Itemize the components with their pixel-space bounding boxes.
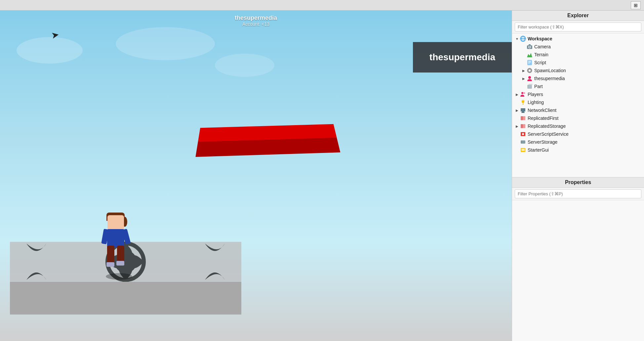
cloud-1 bbox=[17, 37, 83, 64]
icon-startergui bbox=[520, 147, 526, 153]
username-panel: thesupermedia bbox=[413, 42, 512, 73]
arrow-thesupermedia[interactable]: ▶ bbox=[521, 76, 526, 81]
svg-rect-32 bbox=[523, 124, 525, 128]
gray-platform-front bbox=[10, 282, 241, 315]
red-platform bbox=[195, 124, 340, 157]
icon-thesupermedia bbox=[527, 75, 533, 81]
properties-title: Properties bbox=[565, 179, 591, 185]
tree-item-camera[interactable]: Camera bbox=[512, 43, 644, 51]
label-serverscriptservice: ServerScriptService bbox=[528, 131, 569, 137]
svg-line-25 bbox=[521, 100, 522, 101]
icon-networkclient bbox=[520, 107, 526, 113]
arrow-script[interactable] bbox=[521, 60, 526, 65]
icon-replicatedstorage bbox=[520, 123, 526, 129]
arrow-replicatedfirst[interactable] bbox=[515, 116, 519, 121]
cloud-2 bbox=[116, 27, 215, 60]
arrow-camera[interactable] bbox=[521, 44, 526, 49]
tree-item-serverscriptservice[interactable]: ServerScriptService bbox=[512, 130, 644, 138]
icon-serverstorage bbox=[520, 139, 526, 145]
icon-serverscriptservice bbox=[520, 131, 526, 137]
icon-camera bbox=[527, 44, 533, 50]
char-shoe-left bbox=[106, 262, 114, 267]
arrow-terrain[interactable] bbox=[521, 52, 526, 57]
viewport-account: Account: <13 bbox=[235, 22, 277, 27]
arrow-replicatedstorage[interactable]: ▶ bbox=[515, 124, 519, 128]
svg-point-37 bbox=[521, 141, 522, 142]
label-serverstorage: ServerStorage bbox=[528, 139, 557, 145]
explorer-title: Explorer bbox=[567, 13, 589, 18]
tree-item-lighting[interactable]: Lighting bbox=[512, 98, 644, 106]
properties-filter-bar bbox=[512, 188, 644, 200]
tree-item-terrain[interactable]: Terrain bbox=[512, 51, 644, 59]
svg-point-21 bbox=[522, 100, 524, 103]
tree-item-serverstorage[interactable]: ServerStorage bbox=[512, 138, 644, 146]
tree-item-spawnlocation[interactable]: ▶SpawnLocation bbox=[512, 67, 644, 74]
svg-point-16 bbox=[528, 76, 531, 79]
tree-item-replicatedstorage[interactable]: ▶ReplicatedStorage bbox=[512, 122, 644, 130]
svg-marker-18 bbox=[528, 84, 533, 85]
label-workspace: Workspace bbox=[528, 36, 552, 41]
svg-point-20 bbox=[524, 92, 525, 94]
label-camera: Camera bbox=[534, 44, 551, 49]
arrow-serverscriptservice[interactable] bbox=[515, 132, 519, 136]
tree-item-script[interactable]: Script bbox=[512, 59, 644, 67]
arrow-spawnlocation[interactable]: ▶ bbox=[521, 68, 526, 73]
top-bar: ⊞ bbox=[0, 0, 644, 11]
tree-item-startergui[interactable]: StarterGui bbox=[512, 146, 644, 154]
explorer-filter-bar bbox=[512, 21, 644, 33]
char-leg-left bbox=[107, 246, 114, 264]
icon-replicatedfirst bbox=[520, 115, 526, 121]
arrow-workspace[interactable]: ▼ bbox=[515, 36, 519, 41]
explorer-header: Explorer bbox=[512, 11, 644, 21]
cursor-icon: ➤ bbox=[51, 30, 60, 40]
label-part: Part bbox=[534, 84, 543, 89]
tree-item-thesupermedia[interactable]: ▶thesupermedia bbox=[512, 74, 644, 82]
tree-view[interactable]: ▼WorkspaceCameraTerrainScript▶SpawnLocat… bbox=[512, 33, 644, 177]
icon-lighting bbox=[520, 99, 526, 105]
icon-script bbox=[527, 60, 533, 66]
arrow-lighting[interactable] bbox=[515, 100, 519, 105]
char-shoe-right bbox=[116, 261, 124, 266]
label-replicatedfirst: ReplicatedFirst bbox=[528, 116, 558, 121]
tree-item-workspace[interactable]: ▼Workspace bbox=[512, 35, 644, 43]
svg-rect-40 bbox=[521, 149, 525, 151]
svg-line-24 bbox=[524, 100, 525, 101]
svg-marker-9 bbox=[527, 53, 532, 57]
svg-point-38 bbox=[521, 143, 522, 143]
properties-filter-input[interactable] bbox=[515, 189, 641, 198]
label-terrain: Terrain bbox=[534, 52, 548, 57]
arrow-serverstorage[interactable] bbox=[515, 140, 519, 144]
label-startergui: StarterGui bbox=[528, 147, 549, 153]
icon-workspace bbox=[520, 36, 526, 42]
properties-header: Properties bbox=[512, 177, 644, 188]
tree-item-replicatedfirst[interactable]: ReplicatedFirst bbox=[512, 114, 644, 122]
username-panel-text: thesupermedia bbox=[429, 52, 495, 62]
arrow-players[interactable]: ▶ bbox=[515, 92, 519, 97]
tree-item-part[interactable]: Part bbox=[512, 82, 644, 90]
label-spawnlocation: SpawnLocation bbox=[534, 68, 566, 73]
svg-rect-31 bbox=[521, 124, 523, 128]
arrow-part[interactable] bbox=[521, 84, 526, 89]
label-replicatedstorage: ReplicatedStorage bbox=[528, 123, 566, 129]
arrow-networkclient[interactable]: ▶ bbox=[515, 108, 519, 113]
char-body bbox=[107, 229, 124, 247]
svg-rect-10 bbox=[527, 60, 532, 65]
arrow-startergui[interactable] bbox=[515, 148, 519, 152]
icon-spawnlocation bbox=[527, 68, 533, 73]
icon-players bbox=[520, 91, 526, 97]
viewport[interactable]: thesupermedia Account: <13 thesupermedia… bbox=[0, 11, 512, 341]
svg-rect-29 bbox=[521, 116, 523, 120]
right-panel: Explorer ▼WorkspaceCameraTerrainScript▶S… bbox=[512, 11, 644, 341]
label-players: Players bbox=[528, 92, 543, 97]
svg-rect-17 bbox=[528, 85, 532, 88]
grid-icon[interactable]: ⊞ bbox=[631, 1, 641, 9]
label-lighting: Lighting bbox=[528, 100, 544, 105]
explorer-filter-input[interactable] bbox=[515, 23, 641, 31]
svg-rect-30 bbox=[523, 116, 525, 120]
char-head bbox=[107, 215, 124, 230]
tree-item-players[interactable]: ▶Players bbox=[512, 90, 644, 98]
tree-item-networkclient[interactable]: ▶NetworkClient bbox=[512, 106, 644, 114]
svg-point-15 bbox=[529, 70, 531, 72]
label-thesupermedia: thesupermedia bbox=[534, 76, 565, 81]
character bbox=[99, 215, 132, 275]
